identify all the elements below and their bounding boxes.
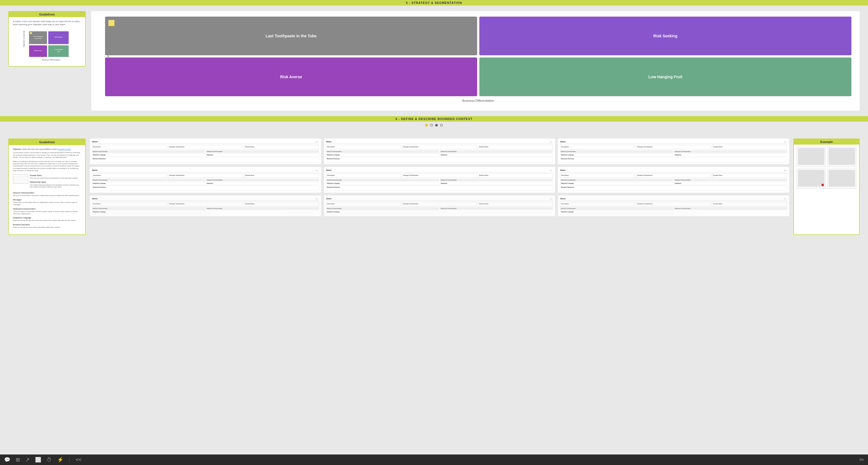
relationship-text: The relationship type between two bounde… xyxy=(30,184,81,189)
bc-card-3-outbound: Outbound Communication Ubiquitous xyxy=(674,150,787,156)
bc-card-1-description: Description xyxy=(92,145,167,149)
bc-card-9-header: Name: ⊞ ⋯ xyxy=(560,198,787,201)
cards-row-2: Name: ⊞ ⋯ Description Strategic Classifi… xyxy=(90,167,789,193)
bc-card-8-header: Name: ⊞ ⋯ xyxy=(326,198,553,201)
guideline-ubiquitous: Ubiquitous Language What are the key dom… xyxy=(13,216,81,222)
cards-row-3: Name: ⊞ ⋯ Description Strategic Classifi… xyxy=(90,195,789,216)
bc-card-8-controls: ⊞ ⋯ xyxy=(550,198,553,199)
bc-card-2-domain-roles: Domain Roles xyxy=(478,145,553,149)
bc-card-7-row1: Description Strategic Classification Dom… xyxy=(92,202,319,206)
svg-text:Risk Seeking: Risk Seeking xyxy=(55,36,63,38)
inbound-title: Inbound Communication xyxy=(13,192,81,194)
bc-card-2-name: Name: xyxy=(326,141,332,143)
example-title: Example xyxy=(794,139,859,145)
bc-card-1-ub-lang: Ubiquitous Language xyxy=(92,153,205,156)
bc-card-1-inbound-label: Inbound Communication xyxy=(92,150,205,153)
bc-card-2-classification: Strategic Classification xyxy=(402,145,477,149)
bc-card-5-header: Name: ⊞ ⋯ xyxy=(326,169,553,172)
bc-card-3-ub: Ubiquitous Language xyxy=(560,153,673,156)
bc-card-6-comm: Inbound Communication Ubiquitous Languag… xyxy=(560,179,787,185)
bc-card-3-header: Name: ⊞ ⋯ xyxy=(560,141,787,144)
bc-card-4-name: Name: xyxy=(92,169,98,171)
bc-card-2: Name: ⊞ ⋯ Description Strategic Classifi… xyxy=(324,138,555,164)
quadrant-wrapper: Migration Complexity Last Toothpaste in … xyxy=(105,17,851,102)
guideline-relationship: Relationship Types The relationship type… xyxy=(30,181,81,188)
bc-card-2-ub-out: Ubiquitous xyxy=(440,153,553,156)
bc-card-1-outbound-cols: Ubiquitous xyxy=(206,153,319,156)
example-img-3 xyxy=(798,170,824,187)
dot-3[interactable] xyxy=(435,124,438,127)
sticky-note xyxy=(108,20,115,26)
svg-text:Last Toothpaste: Last Toothpaste xyxy=(33,36,43,37)
guideline-domain-roles: Domain Roles How can you characterise th… xyxy=(30,174,81,179)
bc-card-4-controls: ⊞ ⋯ xyxy=(316,169,319,171)
outbound-title: Outbound Communication xyxy=(13,208,81,210)
guideline-messages: Messages These types of information that… xyxy=(13,198,81,206)
mini-chart-svg: Migration Complexity Business Differenti… xyxy=(13,29,81,62)
example-mini-4 xyxy=(827,168,857,189)
page-wrapper: 5 - STRATEGY & SEGMENTATION Guidelines A… xyxy=(0,0,868,254)
messages-title: Messages xyxy=(13,198,81,201)
section6-nav-area xyxy=(0,122,868,133)
bc-card-1-name: Name: xyxy=(92,141,98,143)
section6-guidelines-image: Domain Roles How can you characterise th… xyxy=(13,174,81,190)
bc-card-2-outbound: Outbound Communication Ubiquitous xyxy=(440,150,553,156)
bc-card-7-controls: ⊞ ⋯ xyxy=(316,198,319,199)
bc-card-8-row1: Description Strategic Classification Dom… xyxy=(326,202,553,206)
inbound-text: Inbound communication represents collabo… xyxy=(13,195,81,197)
svg-text:Risk Averse: Risk Averse xyxy=(34,50,42,52)
bc-card-7: Name: ⊞ ⋯ Description Strategic Classifi… xyxy=(90,195,321,216)
bc-card-9: Name: ⊞ ⋯ Description Strategic Classifi… xyxy=(558,195,789,216)
dot-1[interactable] xyxy=(425,124,428,127)
bc-card-7-comm: Inbound Communication Ubiquitous Languag… xyxy=(92,207,319,213)
section5-guidelines-text: A matrix of the core domain chart helps … xyxy=(13,20,81,26)
bc-card-8-name: Name: xyxy=(326,198,332,199)
quadrant-label-top-left: Last Toothpaste in the Tube xyxy=(266,34,317,38)
svg-rect-16 xyxy=(30,32,32,34)
bc-card-1-domain-roles: Domain Roles xyxy=(244,145,319,149)
dot-2[interactable] xyxy=(430,124,433,127)
bc-card-7-header: Name: ⊞ ⋯ xyxy=(92,198,319,201)
bc-card-3-inbound: Inbound Communication Ubiquitous Languag… xyxy=(560,150,673,156)
example-img-1 xyxy=(798,148,824,165)
bc-card-1: Name: ⊞ ⋯ Description Strategic Classifi… xyxy=(90,138,321,164)
bc-card-2-controls: ⊞ ⋯ xyxy=(550,141,553,143)
bc-card-6-header: Name: ⊞ ⋯ xyxy=(560,169,787,172)
quadrant-cell-bottom-left: Risk Averse xyxy=(105,58,477,96)
bc-card-1-inbound-cols: Ubiquitous Language xyxy=(92,153,205,156)
section6-guidelines-content: Objective: Define the roles and responsi… xyxy=(13,148,81,229)
bc-card-1-decisions: Business Decisions xyxy=(92,157,319,162)
bc-card-2-comm-row: Inbound Communication Ubiquitous Languag… xyxy=(326,150,553,156)
svg-text:Migration Complexity: Migration Complexity xyxy=(23,30,25,47)
bc-card-2-inbound: Inbound Communication Ubiquitous Languag… xyxy=(326,150,439,156)
quadrant-grid: Last Toothpaste in the Tube Risk Seeking… xyxy=(105,17,851,96)
cards-rows-wrapper: Name: ⊞ ⋯ Description Strategic Classifi… xyxy=(90,138,789,235)
section5-body: Guidelines A matrix of the core domain c… xyxy=(0,5,868,116)
bc-card-2-decisions: Business Decisions xyxy=(326,157,553,162)
domain-roles-title: Domain Roles xyxy=(30,174,81,177)
bc-card-4-row1: Description Strategic Classification Dom… xyxy=(92,173,319,178)
svg-text:Business Differentiation: Business Differentiation xyxy=(42,59,61,61)
dot-4[interactable] xyxy=(440,124,443,127)
bc-card-7-name: Name: xyxy=(92,198,98,199)
bc-card-9-name: Name: xyxy=(560,198,566,199)
bc-card-3-name: Name: xyxy=(560,141,566,143)
bc-card-4-comm: Inbound Communication Ubiquitous Languag… xyxy=(92,179,319,185)
svg-text:in the Tube: in the Tube xyxy=(35,38,41,39)
section6-content: Guidelines Objective: Define the roles a… xyxy=(8,138,860,235)
red-badge xyxy=(822,184,824,186)
toolbar-spacer xyxy=(0,241,868,254)
example-mini-2 xyxy=(827,147,857,167)
section6-guidelines-title: Guidelines xyxy=(9,139,85,145)
bc-card-8-comm: Inbound Communication Ubiquitous Languag… xyxy=(326,207,553,213)
example-card: Example xyxy=(793,138,860,235)
guidelines-box-img xyxy=(13,174,28,184)
bc-card-1-outbound: Outbound Communication Ubiquitous xyxy=(206,150,319,156)
guideline-inbound: Inbound Communication Inbound communicat… xyxy=(13,192,81,197)
guideline-outbound: Outbound Communication These are types o… xyxy=(13,208,81,215)
bc-card-3-domain-roles: Domain Roles xyxy=(712,145,787,149)
bc-card-3-description: Description xyxy=(560,145,635,149)
ubiquitous-text: What are the key domain terms that exist… xyxy=(13,219,81,222)
messages-text: These types of information that our coll… xyxy=(13,202,81,206)
bc-card-5-controls: ⊞ ⋯ xyxy=(550,169,553,171)
